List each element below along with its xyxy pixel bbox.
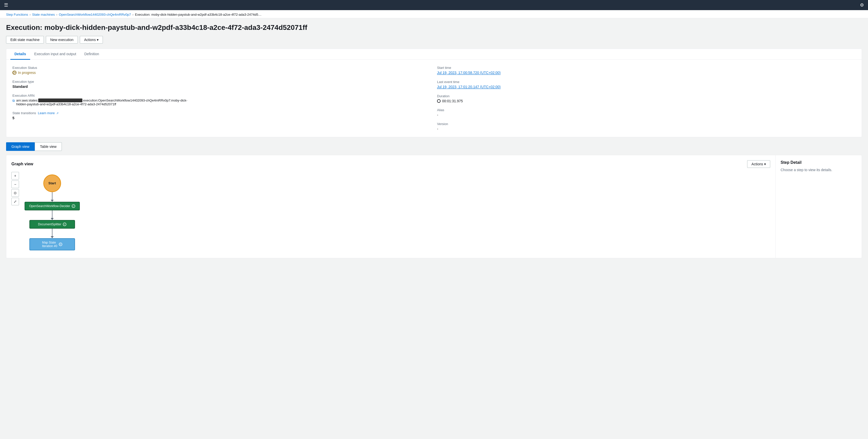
page-content: Execution: moby-dick-hidden-paystub-and-…	[0, 18, 868, 263]
settings-icon[interactable]: ⚙	[860, 2, 864, 8]
graph-view-button[interactable]: Graph view	[6, 142, 35, 151]
version-value: -	[437, 127, 856, 131]
decider-node[interactable]: OpenSearchWorkflow-Decider ✓	[25, 202, 80, 210]
step-detail-title: Step Detail	[781, 160, 857, 165]
breadcrumb-state-machines[interactable]: State machines	[32, 13, 55, 16]
last-event-time-value[interactable]: Jul 19, 2023, 17:01:20.147 (UTC+02:00)	[437, 85, 501, 89]
actions-dropdown-button[interactable]: Actions ▾	[80, 36, 103, 43]
state-transitions-value: 5	[12, 116, 431, 120]
connector-1	[52, 192, 53, 200]
details-right-column: Start time Jul 19, 2023, 17:00:58.720 (U…	[437, 66, 856, 131]
graph-body: + − ⊙ ⤢ Start	[11, 172, 770, 253]
page-title: Execution: moby-dick-hidden-paystub-and-…	[6, 23, 862, 32]
learn-more-link[interactable]: Learn more ↗	[38, 111, 58, 115]
execution-status-item: Execution Status ⟳ In progress	[12, 66, 431, 75]
breadcrumb-current: Execution: moby-dick-hidden-paystub-and-…	[135, 13, 262, 16]
version-item: Version -	[437, 122, 856, 131]
version-label: Version	[437, 122, 856, 126]
new-execution-button[interactable]: New execution	[46, 36, 78, 43]
last-event-time-label: Last event time	[437, 80, 856, 84]
document-splitter-node-box: DocumentSplitter ✓	[29, 220, 75, 229]
breadcrumb-sep-1: ›	[30, 13, 31, 16]
connector-arrow-3	[51, 236, 54, 238]
state-transitions-label: State transitions Learn more ↗	[12, 111, 431, 115]
duration-label: Duration	[437, 94, 856, 98]
map-state-spinner-icon: ⟳	[59, 242, 62, 246]
document-splitter-label: DocumentSplitter	[38, 223, 61, 226]
actions-label: Actions	[84, 38, 96, 42]
graph-controls: + − ⊙ ⤢	[11, 172, 19, 249]
details-grid: Execution Status ⟳ In progress Execution…	[12, 66, 856, 131]
start-time-item: Start time Jul 19, 2023, 17:00:58.720 (U…	[437, 66, 856, 75]
document-splitter-node[interactable]: DocumentSplitter ✓	[29, 220, 75, 229]
center-button[interactable]: ⊙	[11, 189, 19, 197]
tab-execution-io[interactable]: Execution input and output	[30, 49, 80, 60]
view-toggle: Graph view Table view	[6, 142, 862, 151]
execution-type-label: Execution type	[12, 80, 431, 83]
alias-item: Alias -	[437, 108, 856, 117]
state-transitions-item: State transitions Learn more ↗ 5	[12, 111, 431, 120]
execution-arn-label: Execution ARN	[12, 94, 431, 98]
start-time-label: Start time	[437, 66, 856, 70]
execution-status-badge: ⟳ In progress	[12, 71, 36, 75]
hamburger-icon[interactable]: ☰	[4, 2, 8, 8]
graph-panel: Graph view Actions ▾ + − ⊙ ⤢	[6, 155, 776, 258]
graph-flow: Start OpenSearchWorkflow-Decider ✓	[25, 174, 80, 250]
fit-button[interactable]: ⤢	[11, 198, 19, 205]
execution-status-value: In progress	[18, 71, 36, 75]
graph-actions-label: Actions	[751, 162, 763, 166]
execution-type-value: Standard	[12, 85, 431, 89]
graph-section: Graph view Actions ▾ + − ⊙ ⤢	[6, 155, 862, 258]
copy-icon[interactable]: ⧉	[12, 99, 15, 103]
arn-text: arn:aws:states:XXXXXXXXXXXXXXXXXXXX:exec…	[16, 99, 187, 106]
arn-prefix: arn:aws:states:	[16, 99, 38, 102]
decider-check-icon: ✓	[72, 204, 75, 208]
arn-container: ⧉ arn:aws:states:XXXXXXXXXXXXXXXXXXXX:ex…	[12, 99, 431, 106]
decider-node-box: OpenSearchWorkflow-Decider ✓	[25, 202, 80, 210]
map-state-node-box: Map State Iteration #0 ⟳	[29, 238, 75, 250]
graph-panel-header: Graph view Actions ▾	[11, 160, 770, 168]
map-state-label: Map State Iteration #0	[42, 241, 57, 248]
action-bar: Edit state machine New execution Actions…	[6, 36, 862, 43]
graph-view-title: Graph view	[11, 162, 33, 166]
duration-value-container: 00:01:31.975	[437, 99, 856, 103]
top-navigation: ☰ ⚙	[0, 0, 868, 10]
decider-node-label: OpenSearchWorkflow-Decider	[29, 204, 70, 208]
execution-arn-item: Execution ARN ⧉ arn:aws:states:XXXXXXXXX…	[12, 94, 431, 106]
connector-arrow-2	[51, 218, 54, 220]
start-node[interactable]: Start	[43, 174, 61, 192]
tabs-header: Details Execution input and output Defin…	[6, 49, 862, 60]
connector-arrow-1	[51, 200, 54, 202]
start-time-value[interactable]: Jul 19, 2023, 17:00:58.720 (UTC+02:00)	[437, 71, 501, 75]
breadcrumb-step-functions[interactable]: Step Functions	[6, 13, 28, 16]
table-view-button[interactable]: Table view	[35, 142, 62, 151]
edit-state-machine-button[interactable]: Edit state machine	[6, 36, 44, 43]
document-splitter-check-icon: ✓	[63, 223, 66, 226]
details-left-column: Execution Status ⟳ In progress Execution…	[12, 66, 431, 131]
duration-item: Duration 00:01:31.975	[437, 94, 856, 103]
graph-actions-button[interactable]: Actions ▾	[747, 160, 770, 168]
zoom-in-button[interactable]: +	[11, 172, 19, 179]
execution-status-label: Execution Status	[12, 66, 431, 70]
step-detail-hint: Choose a step to view its details.	[781, 168, 857, 172]
graph-actions-chevron-icon: ▾	[764, 162, 766, 166]
arn-masked: XXXXXXXXXXXXXXXXXXXX	[38, 99, 82, 102]
last-event-time-item: Last event time Jul 19, 2023, 17:01:20.1…	[437, 80, 856, 89]
connector-2	[52, 210, 53, 218]
tab-details[interactable]: Details	[10, 49, 30, 60]
tab-definition[interactable]: Definition	[80, 49, 103, 60]
actions-chevron-icon: ▾	[97, 38, 98, 42]
start-node-label: Start	[43, 174, 61, 192]
step-detail-panel: Step Detail Choose a step to view its de…	[776, 155, 862, 258]
details-tab-content: Execution Status ⟳ In progress Execution…	[6, 60, 862, 137]
map-state-node[interactable]: Map State Iteration #0 ⟳	[29, 238, 75, 250]
alias-value: -	[437, 113, 856, 117]
connector-3	[52, 229, 53, 236]
graph-canvas: Start OpenSearchWorkflow-Decider ✓	[22, 172, 82, 253]
zoom-out-button[interactable]: −	[11, 180, 19, 188]
breadcrumb: Step Functions › State machines › OpenSe…	[0, 10, 868, 18]
breadcrumb-workflow[interactable]: OpenSearchWorkflow14402093-chQe4mRRv0p7	[59, 13, 131, 16]
execution-type-item: Execution type Standard	[12, 80, 431, 89]
alias-label: Alias	[437, 108, 856, 112]
external-link-icon: ↗	[56, 112, 59, 115]
